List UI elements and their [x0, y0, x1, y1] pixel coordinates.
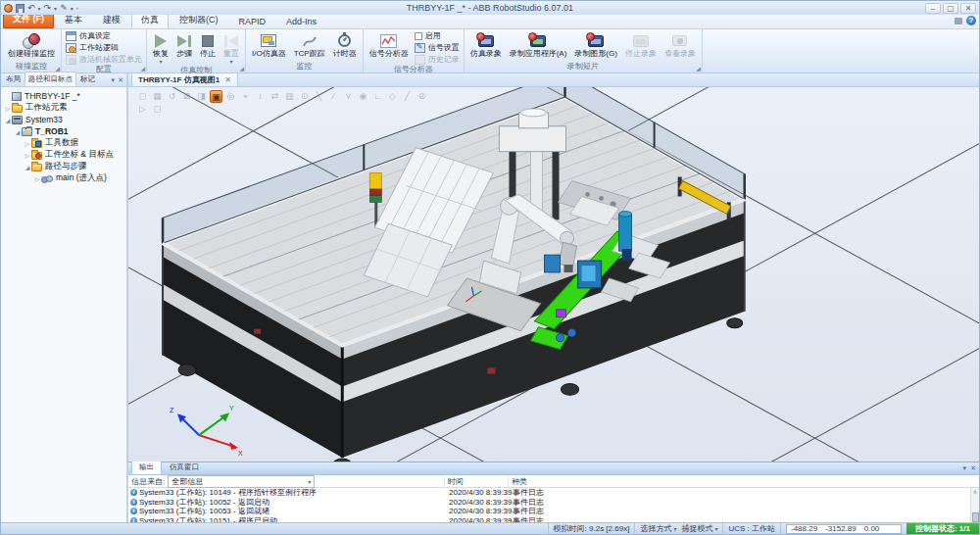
view-tool-icon[interactable]: ⋎	[342, 90, 355, 103]
view-tool-icon[interactable]: ⌖	[239, 90, 252, 103]
tree-item-paths-procedures[interactable]: ◢ 路径与步骤	[2, 161, 125, 172]
output-pin-icon[interactable]: ▾	[963, 464, 967, 472]
maximize-button[interactable]: ▢	[943, 3, 958, 14]
signal-enable-checkbox[interactable]: 启用	[413, 30, 462, 41]
simulation-setup-button[interactable]: 仿真设定	[64, 30, 144, 41]
controller-status-badge[interactable]: 控制器状态: 1/1	[906, 523, 979, 534]
log-row[interactable]: i System33 (工作站): 10151 - 程序已启动 2020/4/3…	[128, 516, 979, 523]
tree-item-main-path[interactable]: ▷ main (进入点)	[2, 172, 125, 184]
view-tool-icon[interactable]: ⊙	[298, 90, 311, 103]
tree-item-station[interactable]: THRBYY-1F _*	[2, 90, 125, 102]
tree-item-station-elements[interactable]: ▷ 工作站元素	[2, 102, 125, 114]
checkbox-icon[interactable]	[415, 32, 422, 40]
view-tool-icon[interactable]: ◻	[136, 90, 149, 103]
vp-play-icon[interactable]: ▷	[136, 103, 149, 116]
stop-recording-icon	[633, 35, 649, 47]
signal-setup-button[interactable]: 信号设置	[413, 42, 462, 53]
tcp-trace-button[interactable]: TCP跟踪	[290, 30, 329, 62]
dialog-launcher-icon[interactable]: ◢	[140, 66, 145, 72]
view-tool-icon[interactable]: ◎	[224, 90, 237, 103]
undo-icon[interactable]: ↶	[27, 3, 35, 13]
save-icon[interactable]	[16, 4, 24, 13]
qat-more-icon[interactable]: ⸗	[76, 5, 78, 11]
tree-item-system33[interactable]: ◢ System33	[2, 114, 125, 125]
view-tool-icon[interactable]: ▥	[283, 90, 296, 103]
redo-icon[interactable]: ↷	[44, 3, 52, 13]
view-tool-icon[interactable]: ╱	[401, 90, 414, 103]
view-tool-icon[interactable]: ↺	[166, 90, 178, 103]
info-icon: i	[130, 517, 137, 522]
view-tool-icon[interactable]: ⇄	[269, 90, 281, 103]
scrollbar-thumb[interactable]	[972, 512, 979, 522]
io-simulator-button[interactable]: I/O仿真器	[248, 30, 290, 62]
record-graphics-button[interactable]: 录制图形(G)	[570, 30, 621, 62]
view-tool-icon[interactable]: ∟	[371, 90, 384, 103]
3d-viewport[interactable]: ◻ ▦ ↺ ⊠ ◨ ▣ ◎ ⌖ ↕ ⇄ ▥ ⊙ ╲ ∕ ⋎	[128, 87, 979, 462]
view-tool-icon[interactable]: ↕	[254, 90, 267, 103]
column-category[interactable]: 种类	[508, 476, 586, 487]
active-view-tool-icon[interactable]: ▣	[210, 90, 222, 103]
stop-button[interactable]: 停止	[196, 30, 220, 66]
message-source-dropdown[interactable]: 全部信息 ▾	[168, 475, 315, 488]
tab-close-icon[interactable]: ✕	[224, 75, 231, 84]
simulation-window-tab[interactable]: 仿真窗口	[162, 461, 207, 474]
notification-icon[interactable]	[955, 18, 962, 24]
browser-tab-layout[interactable]: 布局	[2, 72, 24, 86]
view-tool-icon[interactable]: ⊘	[416, 90, 428, 103]
undo-dropdown-icon[interactable]: ▾	[38, 5, 41, 12]
tree-item-t-rob1[interactable]: ◢ T_ROB1	[2, 125, 125, 137]
record-application-button[interactable]: 录制应用程序(A)	[506, 30, 571, 62]
step-button[interactable]: 步骤	[172, 30, 196, 66]
play-button[interactable]: 恢复 ▾	[149, 30, 172, 66]
dialog-launcher-icon[interactable]: ◢	[239, 66, 244, 72]
group-record-movie: 仿真录象 录制应用程序(A) 录制图形(G) 停止录象 查看录象	[465, 29, 703, 73]
redo-dropdown-icon[interactable]: ▾	[54, 5, 57, 12]
minimize-button[interactable]: –	[925, 3, 941, 14]
info-icon: i	[130, 508, 137, 514]
scroll-up-icon[interactable]: ∧	[973, 488, 977, 496]
app-logo-icon[interactable]	[4, 4, 13, 13]
snap-mode-dropdown[interactable]: 捕捉模式 ▾	[681, 523, 722, 534]
view-tool-icon[interactable]: ◉	[357, 90, 369, 103]
view-tool-icon[interactable]: ◨	[195, 90, 208, 103]
tab-addins[interactable]: Add-Ins	[276, 14, 326, 28]
view-tool-icon[interactable]: ⊠	[180, 90, 193, 103]
customize-dropdown-icon[interactable]: ▾	[71, 5, 74, 12]
browser-close-icon[interactable]: ✕	[118, 76, 123, 84]
vp-stop-icon[interactable]: ◻	[151, 103, 164, 116]
dialog-launcher-icon[interactable]: ◢	[55, 66, 60, 72]
coordinate-readout: -488.29 -3152.89 0.00	[780, 523, 904, 534]
tree-item-workobjects[interactable]: ▷ 工件坐标 & 目标点	[2, 149, 125, 161]
timer-button[interactable]: 计时器	[329, 30, 361, 62]
view-tool-icon[interactable]: ∕	[327, 90, 340, 103]
create-collision-set-button[interactable]: 创建碰撞监控	[4, 30, 59, 62]
ucs-indicator[interactable]: UCS : 工作站	[722, 523, 780, 534]
quick-access-toolbar: ↶ ▾ ↷ ▾ ✎ ▾ ⸗	[4, 3, 78, 13]
view-tool-icon[interactable]: ◇	[386, 90, 399, 103]
close-button[interactable]: ✕	[960, 3, 976, 14]
record-simulation-button[interactable]: 仿真录象	[466, 30, 506, 62]
reset-dropdown-icon: ▾	[229, 58, 232, 65]
station-logic-button[interactable]: 工作站逻辑	[64, 42, 144, 53]
browser-pin-icon[interactable]: ▾	[112, 76, 116, 84]
customize-icon[interactable]: ✎	[60, 3, 68, 13]
help-icon[interactable]: ?	[966, 16, 976, 25]
output-scrollbar[interactable]: ∧	[970, 488, 979, 522]
3d-scene[interactable]: X Y Z	[128, 87, 979, 462]
coord-y: -3152.89	[825, 524, 857, 533]
selection-mode-dropdown[interactable]: 选择方式 ▾	[634, 523, 681, 534]
column-time[interactable]: 时间	[444, 476, 508, 487]
play-icon	[155, 34, 167, 48]
dialog-launcher-icon[interactable]: ◢	[696, 66, 701, 72]
output-close-icon[interactable]: ✕	[970, 464, 976, 472]
folder-icon	[12, 105, 23, 113]
signal-analyzer-button[interactable]: 信号分析器	[366, 30, 413, 65]
tab-rapid[interactable]: RAPID	[229, 14, 276, 28]
view-tool-icon[interactable]: ╲	[313, 90, 325, 103]
group-collision-monitor: 创建碰撞监控 碰撞监控 ◢	[2, 29, 62, 73]
tree-item-tooldata[interactable]: ▷ 工具数据	[2, 137, 125, 149]
station-logic-icon	[66, 43, 76, 53]
view-tool-icon[interactable]: ▦	[151, 90, 164, 103]
output-tab[interactable]: 输出	[131, 461, 162, 474]
play-dropdown-icon[interactable]: ▾	[159, 58, 162, 65]
